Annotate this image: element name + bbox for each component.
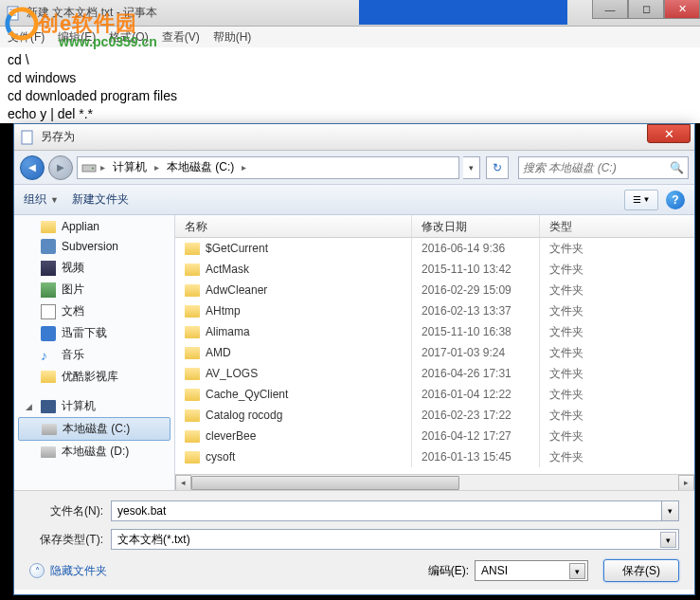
horizontal-scrollbar[interactable]: ◂ ▸ bbox=[175, 474, 694, 490]
chevron-right-icon[interactable]: ▸ bbox=[240, 162, 248, 173]
sidebar-item-xunlei[interactable]: 迅雷下载 bbox=[14, 322, 174, 344]
chevron-up-icon: ˄ bbox=[29, 563, 45, 578]
help-button[interactable]: ? bbox=[666, 191, 685, 209]
notepad-text-area[interactable]: cd \ cd windows cd downloaded program fi… bbox=[0, 47, 700, 127]
file-date: 2016-02-29 15:09 bbox=[412, 280, 540, 300]
navigation-sidebar: Applian Subversion 视频 图片 文档 迅雷下载 ♪音乐 优酷影… bbox=[14, 215, 175, 490]
filetype-combo[interactable]: 文本文档(*.txt) ▾ bbox=[111, 529, 679, 550]
maximize-button[interactable]: ◻ bbox=[628, 0, 664, 19]
video-icon bbox=[41, 261, 56, 276]
encoding-combo[interactable]: ANSI ▾ bbox=[475, 560, 588, 581]
nav-forward-button[interactable]: ► bbox=[48, 155, 73, 180]
breadcrumb-drive[interactable]: 本地磁盘 (C:) bbox=[163, 159, 238, 175]
bottom-section: 文件名(N): ▾ 保存类型(T): 文本文档(*.txt) ▾ ˄ 隐藏文件夹… bbox=[14, 490, 694, 590]
file-name: AdwCleaner bbox=[206, 283, 267, 297]
file-name: cleverBee bbox=[206, 429, 256, 443]
menu-file[interactable]: 文件(F) bbox=[8, 29, 45, 45]
folder-icon bbox=[185, 409, 200, 422]
file-row[interactable]: cleverBee2016-04-12 17:27文件夹 bbox=[175, 426, 694, 446]
menu-edit[interactable]: 编辑(E) bbox=[58, 29, 96, 45]
drive-icon bbox=[41, 446, 56, 458]
sidebar-item-documents[interactable]: 文档 bbox=[14, 300, 174, 322]
save-button[interactable]: 保存(S) bbox=[603, 559, 679, 582]
address-dropdown-button[interactable]: ▾ bbox=[463, 156, 480, 179]
filename-input[interactable] bbox=[111, 500, 662, 521]
scroll-track[interactable] bbox=[191, 475, 678, 491]
sidebar-item-pictures[interactable]: 图片 bbox=[14, 279, 174, 300]
encoding-group: 编码(E): ANSI ▾ 保存(S) bbox=[428, 559, 679, 582]
new-folder-button[interactable]: 新建文件夹 bbox=[72, 191, 129, 208]
saveas-close-button[interactable]: ✕ bbox=[647, 124, 691, 143]
file-row[interactable]: AMD2017-01-03 9:24文件夹 bbox=[175, 342, 694, 363]
file-row[interactable]: $GetCurrent2016-06-14 9:36文件夹 bbox=[175, 238, 694, 259]
breadcrumb-computer[interactable]: 计算机 bbox=[109, 159, 151, 175]
computer-icon bbox=[41, 400, 56, 413]
refresh-button[interactable]: ↻ bbox=[486, 156, 509, 179]
file-row[interactable]: Alimama2015-11-10 16:38文件夹 bbox=[175, 321, 694, 342]
folder-icon bbox=[41, 221, 56, 233]
toolbar: 组织 ▼ 新建文件夹 ☰ ▼ ? bbox=[14, 185, 694, 215]
menu-format[interactable]: 格式(O) bbox=[109, 29, 148, 45]
notepad-titlebar[interactable]: 新建 文本文档.txt - 记事本 — ◻ ✕ bbox=[0, 0, 700, 27]
scroll-thumb[interactable] bbox=[191, 476, 459, 490]
sidebar-drive-c[interactable]: 本地磁盘 (C:) bbox=[18, 417, 171, 441]
chevron-down-icon: ▾ bbox=[660, 532, 676, 548]
sidebar-item-subversion[interactable]: Subversion bbox=[14, 236, 174, 257]
file-date: 2015-11-10 13:42 bbox=[412, 259, 540, 280]
scroll-right-button[interactable]: ▸ bbox=[678, 475, 694, 491]
file-name: AMD bbox=[206, 346, 231, 359]
subversion-icon bbox=[41, 239, 56, 254]
search-input[interactable] bbox=[523, 161, 670, 174]
sidebar-item-youku[interactable]: 优酷影视库 bbox=[14, 366, 174, 388]
hide-folders-button[interactable]: ˄ 隐藏文件夹 bbox=[29, 563, 107, 579]
file-name: $GetCurrent bbox=[206, 242, 268, 255]
filename-dropdown-button[interactable]: ▾ bbox=[662, 500, 679, 521]
chevron-down-icon: ▼ bbox=[50, 195, 59, 205]
column-name[interactable]: 名称 bbox=[175, 215, 412, 237]
sidebar-item-applian[interactable]: Applian bbox=[14, 217, 174, 236]
file-row[interactable]: ActMask2015-11-10 13:42文件夹 bbox=[175, 259, 694, 280]
file-row[interactable]: Cache_QyClient2016-01-04 12:22文件夹 bbox=[175, 384, 694, 405]
breadcrumb[interactable]: ▸ 计算机 ▸ 本地磁盘 (C:) ▸ bbox=[77, 156, 459, 179]
file-row[interactable]: AV_LOGS2016-04-26 17:31文件夹 bbox=[175, 363, 694, 384]
view-mode-button[interactable]: ☰ ▼ bbox=[624, 190, 658, 210]
window-controls: — ◻ ✕ bbox=[592, 0, 700, 19]
notepad-window: 新建 文本文档.txt - 记事本 — ◻ ✕ 文件(F) 编辑(E) 格式(O… bbox=[0, 0, 700, 123]
file-row[interactable]: AHtmp2016-02-13 13:37文件夹 bbox=[175, 300, 694, 321]
file-date: 2016-02-13 13:37 bbox=[412, 300, 540, 321]
sidebar-item-music[interactable]: ♪音乐 bbox=[14, 344, 174, 366]
scroll-left-button[interactable]: ◂ bbox=[175, 475, 191, 491]
organize-button[interactable]: 组织 ▼ bbox=[24, 191, 59, 208]
tree-collapse-icon[interactable]: ◢ bbox=[26, 402, 35, 411]
folder-icon bbox=[185, 368, 200, 380]
search-box[interactable]: 🔍 bbox=[518, 156, 689, 179]
saveas-titlebar[interactable]: 另存为 ✕ bbox=[14, 124, 694, 151]
column-date[interactable]: 修改日期 bbox=[412, 215, 540, 237]
sidebar-drive-d[interactable]: 本地磁盘 (D:) bbox=[14, 441, 174, 463]
search-icon: 🔍 bbox=[670, 161, 684, 174]
folder-icon bbox=[185, 305, 200, 318]
sidebar-item-video[interactable]: 视频 bbox=[14, 257, 174, 279]
background-strip bbox=[359, 0, 567, 25]
close-button[interactable]: ✕ bbox=[664, 0, 700, 19]
file-date: 2016-01-04 12:22 bbox=[412, 384, 540, 405]
column-type[interactable]: 类型 bbox=[540, 215, 694, 237]
folder-icon bbox=[185, 243, 200, 255]
file-row[interactable]: cysoft2016-01-13 15:45文件夹 bbox=[175, 446, 694, 467]
picture-icon bbox=[41, 282, 56, 298]
address-bar-row: ◄ ► ▸ 计算机 ▸ 本地磁盘 (C:) ▸ ▾ ↻ 🔍 bbox=[14, 151, 694, 185]
nav-back-button[interactable]: ◄ bbox=[20, 155, 45, 180]
file-list-body[interactable]: $GetCurrent2016-06-14 9:36文件夹ActMask2015… bbox=[175, 238, 694, 467]
file-name: cysoft bbox=[206, 450, 235, 464]
menu-view[interactable]: 查看(V) bbox=[162, 29, 200, 45]
chevron-right-icon[interactable]: ▸ bbox=[99, 162, 107, 173]
file-name: ActMask bbox=[206, 263, 249, 276]
file-row[interactable]: Catalog rocodg2016-02-23 17:22文件夹 bbox=[175, 405, 694, 426]
menu-help[interactable]: 帮助(H) bbox=[213, 29, 252, 45]
column-headers: 名称 修改日期 类型 bbox=[175, 215, 694, 238]
minimize-button[interactable]: — bbox=[592, 0, 628, 19]
file-row[interactable]: AdwCleaner2016-02-29 15:09文件夹 bbox=[175, 280, 694, 300]
chevron-right-icon[interactable]: ▸ bbox=[153, 162, 161, 173]
sidebar-computer-header[interactable]: ◢ 计算机 bbox=[14, 395, 174, 417]
notepad-icon bbox=[6, 6, 21, 21]
